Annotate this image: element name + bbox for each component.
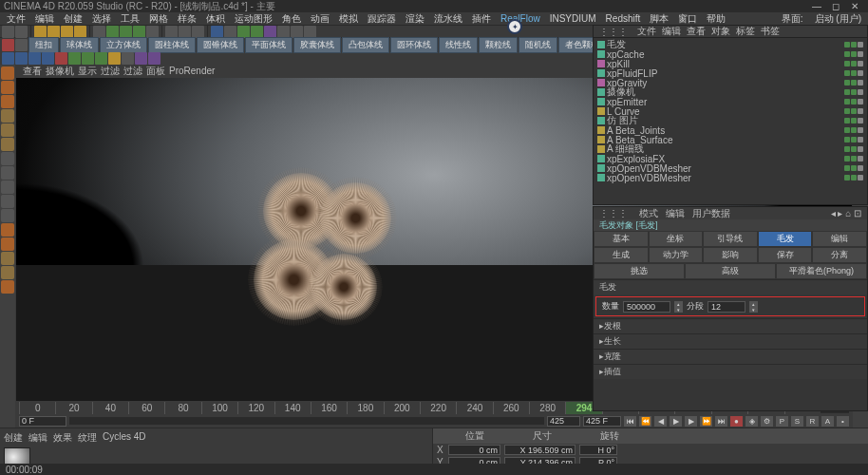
menu-item[interactable]: INSYDIUM <box>547 13 599 24</box>
end1-input[interactable] <box>547 416 580 427</box>
axis-mode-icon[interactable] <box>1 95 14 108</box>
tag-icon[interactable] <box>858 42 863 48</box>
attribute-tab[interactable]: 编辑 <box>812 231 867 247</box>
end2-input[interactable] <box>583 416 621 427</box>
keyopt-icon[interactable]: ⚙ <box>761 416 773 427</box>
menu-item[interactable]: 工具 <box>118 12 142 26</box>
object-row[interactable]: xpOpenVDBMesher <box>595 173 865 182</box>
model-mode-icon[interactable] <box>1 66 14 80</box>
object-row[interactable]: xpKill <box>595 59 865 68</box>
menu-item[interactable]: 脚本 <box>647 12 671 26</box>
menu-item[interactable]: 创建 <box>61 12 85 26</box>
mat-tab[interactable]: 编辑 <box>28 431 47 445</box>
menu-item[interactable]: 流水线 <box>431 12 465 26</box>
color-2-icon[interactable] <box>1 238 14 251</box>
tab-item[interactable]: 线性线 <box>439 37 478 53</box>
pla-key-icon[interactable]: • <box>837 416 849 427</box>
vis-editor-icon[interactable] <box>844 118 850 124</box>
tab-item[interactable]: 凸包体线 <box>342 37 389 53</box>
vis-render-icon[interactable] <box>851 165 857 171</box>
pos-key-icon[interactable]: P <box>776 416 788 427</box>
key-icon[interactable] <box>15 39 28 51</box>
tab-item[interactable]: 平面体线 <box>245 37 292 53</box>
vis-render-icon[interactable] <box>851 61 857 66</box>
min-button[interactable]: — <box>807 0 826 12</box>
tag-icon[interactable] <box>858 70 863 76</box>
max-button[interactable]: ◻ <box>826 0 845 12</box>
vis-render-icon[interactable] <box>851 127 857 133</box>
hair-count-input[interactable] <box>623 301 670 313</box>
tab-item[interactable]: 颗粒线 <box>479 37 518 53</box>
color-5-icon[interactable] <box>1 280 14 294</box>
tab-item[interactable]: 纽扣 <box>28 37 59 53</box>
layout-select[interactable]: 启动 (用户) <box>812 12 864 26</box>
size-x[interactable] <box>504 445 576 455</box>
attribute-tab[interactable]: 高级 <box>685 263 776 279</box>
attribute-tab[interactable]: 动力学 <box>649 247 704 263</box>
attribute-tab[interactable]: 毛发 <box>758 231 813 247</box>
vis-render-icon[interactable] <box>851 146 857 152</box>
tab-item[interactable]: 立方体线 <box>100 37 147 53</box>
object-row[interactable]: 仿 图片 <box>595 116 865 125</box>
t3-icon[interactable] <box>55 52 67 65</box>
attribute-tab[interactable]: 影响 <box>703 247 758 263</box>
vis-render-icon[interactable] <box>851 175 857 180</box>
mat-tab[interactable]: 效果 <box>53 431 72 445</box>
menu-item[interactable]: 选择 <box>89 12 114 26</box>
vis-render-icon[interactable] <box>851 118 857 124</box>
t3-icon[interactable] <box>2 52 14 65</box>
tab-item[interactable]: 随机线 <box>519 37 557 53</box>
close-button[interactable]: ✕ <box>845 0 864 12</box>
vis-editor-icon[interactable] <box>844 99 850 104</box>
t3-icon[interactable] <box>28 52 41 65</box>
attribute-tab[interactable]: 生成 <box>594 247 649 263</box>
attribute-tab[interactable]: 基本 <box>594 231 649 247</box>
object-row[interactable]: 毛发 <box>595 40 865 49</box>
menu-item[interactable]: 编辑 <box>32 12 57 26</box>
object-row[interactable]: xpFluidFLIP <box>595 68 865 78</box>
start-frame-input[interactable] <box>19 416 66 427</box>
tag-icon[interactable] <box>858 80 863 86</box>
vis-editor-icon[interactable] <box>844 127 850 133</box>
mat-tab[interactable]: 纹理 <box>78 431 97 445</box>
vis-editor-icon[interactable] <box>844 137 850 142</box>
tag-icon[interactable] <box>858 99 863 104</box>
vis-editor-icon[interactable] <box>844 146 850 152</box>
att-menu[interactable]: 用户数据 <box>692 207 730 220</box>
view-menu[interactable]: 查看 <box>23 65 42 78</box>
menu-item[interactable]: 体积 <box>203 12 228 26</box>
mat-tab[interactable]: 创建 <box>4 431 23 445</box>
tag-icon[interactable] <box>858 175 863 180</box>
att-menu[interactable]: 编辑 <box>666 207 685 220</box>
tag-icon[interactable] <box>858 51 863 57</box>
seg-spinner[interactable]: ▴▾ <box>749 301 758 313</box>
tag-icon[interactable] <box>858 118 863 124</box>
tab-item[interactable]: 圆柱体线 <box>148 37 196 53</box>
menu-item[interactable]: 帮助 <box>704 12 728 26</box>
object-row[interactable]: xpExplosiaFX <box>595 154 865 163</box>
tab-item[interactable]: 圆环体线 <box>390 37 438 53</box>
menu-item[interactable]: 窗口 <box>675 12 700 26</box>
section-root[interactable]: ▸发根 <box>594 318 867 333</box>
vis-editor-icon[interactable] <box>844 156 850 162</box>
menu-item[interactable]: 渲染 <box>403 12 427 26</box>
tag-icon[interactable] <box>858 165 863 171</box>
workplane-icon[interactable] <box>1 209 14 222</box>
tab-item[interactable]: 球体线 <box>60 37 99 53</box>
object-row[interactable]: xpEmitter <box>595 97 865 106</box>
autokey-icon[interactable]: ◈ <box>745 416 758 427</box>
pos-x[interactable] <box>448 445 500 455</box>
object-row[interactable]: xpOpenVDBMesher <box>595 163 865 173</box>
view-menu[interactable]: 过滤 <box>101 65 120 78</box>
anim-key-icon[interactable]: A <box>821 416 834 427</box>
vis-render-icon[interactable] <box>851 80 857 86</box>
t3-icon[interactable] <box>135 52 147 65</box>
rot-key-icon[interactable]: R <box>806 416 819 427</box>
color-3-icon[interactable] <box>1 252 14 265</box>
menu-item[interactable]: 样条 <box>175 12 199 26</box>
menu-item[interactable]: 角色 <box>279 12 304 26</box>
time-slider[interactable] <box>69 417 544 425</box>
t3-icon[interactable] <box>68 52 81 65</box>
vis-render-icon[interactable] <box>851 137 857 142</box>
menu-item[interactable]: Redshift <box>603 13 644 24</box>
